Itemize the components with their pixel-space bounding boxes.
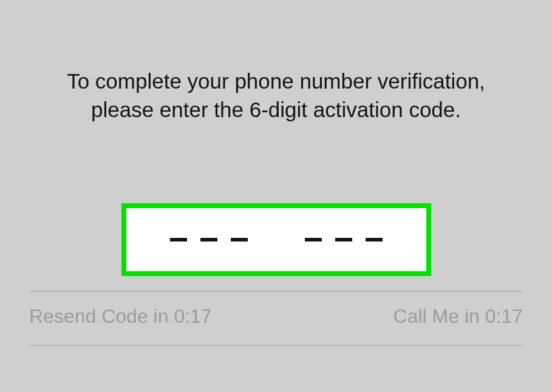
digit-slot-4[interactable] [305,238,322,242]
digit-slot-6[interactable] [366,238,383,242]
digit-slot-5[interactable] [335,238,352,242]
activation-code-input[interactable] [121,203,431,276]
digit-slot-3[interactable] [231,238,248,242]
digit-slot-2[interactable] [200,238,217,242]
divider-bottom [29,345,523,346]
instruction-line-2: please enter the 6-digit activation code… [24,95,528,124]
instruction-line-1: To complete your phone number verificati… [24,67,528,95]
verification-instruction: To complete your phone number verificati… [0,67,552,124]
divider-top [29,291,523,292]
digit-slot-1[interactable] [170,238,187,242]
call-me-button[interactable]: Call Me in 0:17 [394,305,523,328]
resend-code-button[interactable]: Resend Code in 0:17 [29,305,212,328]
